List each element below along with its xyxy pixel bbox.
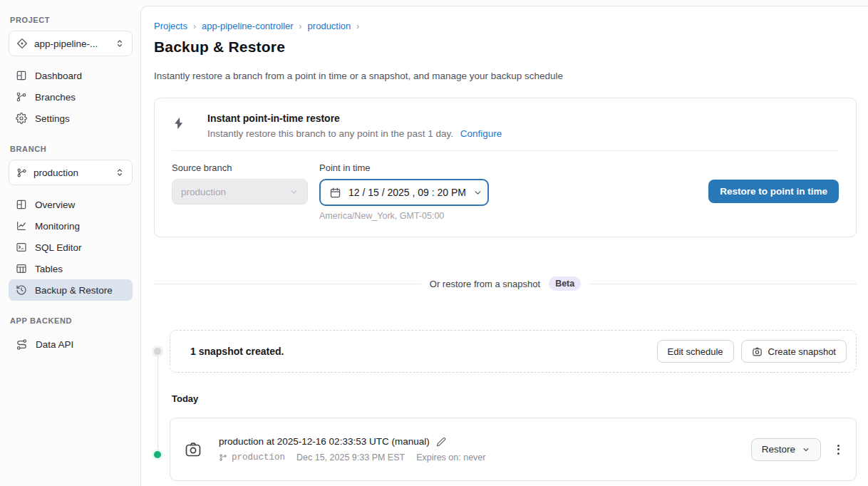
- project-diamond-icon: [16, 38, 28, 49]
- edit-schedule-button[interactable]: Edit schedule: [657, 340, 734, 363]
- snapshot-created-at: Dec 15, 2025 9:33 PM EST: [296, 453, 405, 462]
- sidebar-item-dashboard[interactable]: Dashboard: [9, 65, 133, 86]
- card-divider: [172, 150, 839, 151]
- sidebar-item-monitoring[interactable]: Monitoring: [9, 215, 133, 237]
- datetime-value: 12 / 15 / 2025 , 09 : 20 PM: [348, 187, 466, 198]
- snapshot-branch: production: [219, 453, 285, 462]
- source-branch-select: production: [172, 179, 308, 205]
- timeline-dot-summary: [154, 348, 161, 355]
- source-branch-value: production: [181, 187, 289, 197]
- camera-icon: [185, 441, 202, 458]
- snapshot-expires: Expires on: never: [416, 453, 485, 462]
- edit-name-pencil-icon[interactable]: [436, 437, 446, 447]
- sidebar-item-tables[interactable]: Tables: [9, 258, 133, 279]
- source-branch-label: Source branch: [172, 162, 308, 173]
- snapshot-title: production at 2025-12-16 02:33:53 UTC (m…: [219, 436, 430, 447]
- sidebar: PROJECT app-pipeline-... Dashboard Branc…: [0, 0, 141, 486]
- sidebar-item-overview[interactable]: Overview: [9, 194, 133, 215]
- create-snapshot-label: Create snapshot: [768, 346, 836, 357]
- table-icon: [16, 263, 27, 274]
- sidebar-item-settings[interactable]: Settings: [9, 108, 133, 129]
- divider-line: [154, 284, 421, 284]
- create-snapshot-button[interactable]: Create snapshot: [741, 340, 847, 363]
- page-title: Backup & Restore: [154, 38, 857, 56]
- branch-nav: Overview Monitoring SQL Editor Tables Ba…: [9, 194, 133, 301]
- beta-badge: Beta: [549, 276, 581, 291]
- timeline-dot-snapshot: [154, 451, 161, 458]
- kebab-menu-icon[interactable]: [835, 442, 842, 457]
- sidebar-item-label: SQL Editor: [35, 242, 82, 253]
- snapshot-summary-card: 1 snapshot created. Edit schedule Create…: [170, 330, 857, 373]
- sidebar-item-sql-editor[interactable]: SQL Editor: [9, 237, 133, 258]
- gear-icon: [16, 113, 27, 124]
- source-branch-field: Source branch production: [172, 162, 308, 205]
- camera-icon: [752, 346, 763, 357]
- point-in-time-label: Point in time: [319, 162, 489, 173]
- sidebar-item-label: Tables: [35, 264, 63, 274]
- pitr-card: Instant point-in-time restore Instantly …: [154, 98, 857, 237]
- breadcrumb-project-link[interactable]: app-pipeline-controller: [202, 21, 294, 31]
- sidebar-item-data-api[interactable]: Data API: [9, 334, 133, 355]
- sidebar-item-label: Settings: [35, 113, 70, 124]
- snapshots-section: 1 snapshot created. Edit schedule Create…: [154, 330, 857, 481]
- git-branch-icon: [219, 453, 227, 462]
- chevron-down-icon: [473, 188, 482, 197]
- git-branch-icon: [16, 91, 27, 103]
- edit-schedule-label: Edit schedule: [668, 346, 723, 357]
- project-section-label: PROJECT: [9, 16, 133, 24]
- sidebar-item-branches[interactable]: Branches: [9, 86, 133, 108]
- restore-label: Restore: [762, 444, 795, 455]
- point-in-time-field: Point in time 12 / 15 / 2025 , 09 : 20 P…: [319, 162, 489, 221]
- chart-icon: [16, 220, 27, 232]
- project-selector[interactable]: app-pipeline-...: [9, 31, 133, 56]
- breadcrumb-separator: ›: [356, 21, 359, 31]
- chevron-down-icon: [289, 187, 299, 197]
- breadcrumb-branch-link[interactable]: production: [308, 21, 351, 31]
- timeline-line: [157, 354, 158, 455]
- page-subtitle: Instantly restore a branch from a point …: [154, 71, 857, 81]
- sidebar-item-label: Dashboard: [35, 71, 82, 81]
- breadcrumb-separator: ›: [299, 21, 302, 31]
- chevrons-up-down-icon: [115, 38, 125, 48]
- restore-dropdown-button[interactable]: Restore: [751, 438, 821, 461]
- overview-icon: [16, 199, 27, 210]
- branch-section-label: BRANCH: [9, 145, 133, 153]
- sidebar-item-backup-restore[interactable]: Backup & Restore: [9, 279, 133, 301]
- chevrons-up-down-icon: [115, 167, 125, 177]
- restore-point-in-time-button[interactable]: Restore to point in time: [708, 180, 839, 203]
- datetime-picker[interactable]: 12 / 15 / 2025 , 09 : 20 PM: [319, 179, 489, 206]
- pitr-title: Instant point-in-time restore: [207, 113, 502, 124]
- app-backend-section-label: APP BACKEND: [9, 316, 133, 325]
- breadcrumb: Projects › app-pipeline-controller › pro…: [154, 21, 857, 31]
- route-icon: [16, 338, 28, 351]
- history-icon: [16, 284, 27, 296]
- dashboard-icon: [16, 70, 27, 81]
- snapshot-branch-name: production: [232, 453, 285, 462]
- sidebar-item-label: Monitoring: [35, 221, 80, 232]
- chevron-down-icon: [802, 445, 810, 454]
- main-panel: Projects › app-pipeline-controller › pro…: [140, 6, 868, 486]
- breadcrumb-separator: ›: [193, 21, 196, 31]
- snapshot-divider-text: Or restore from a snapshot: [430, 279, 540, 289]
- branch-selector[interactable]: production: [9, 160, 133, 185]
- sidebar-item-label: Branches: [35, 92, 76, 103]
- calendar-icon: [329, 187, 341, 199]
- branch-selector-value: production: [33, 167, 108, 178]
- configure-link[interactable]: Configure: [460, 128, 502, 139]
- sidebar-item-label: Backup & Restore: [35, 285, 113, 296]
- backend-nav: Data API: [9, 334, 133, 355]
- git-branch-icon: [16, 167, 27, 178]
- sidebar-item-label: Data API: [36, 339, 73, 350]
- snapshot-row: production at 2025-12-16 02:33:53 UTC (m…: [170, 418, 857, 481]
- snapshot-divider: Or restore from a snapshot Beta: [154, 276, 857, 291]
- snapshot-count-text: 1 snapshot created.: [190, 346, 657, 357]
- project-nav: Dashboard Branches Settings: [9, 65, 133, 129]
- snapshot-group-label: Today: [172, 393, 857, 404]
- project-selector-value: app-pipeline-...: [34, 38, 108, 49]
- terminal-icon: [16, 242, 27, 253]
- timezone-note: America/New_York, GMT-05:00: [319, 211, 489, 221]
- breadcrumb-projects-link[interactable]: Projects: [154, 21, 187, 31]
- pitr-description: Instantly restore this branch to any poi…: [207, 128, 453, 139]
- lightning-bolt-icon: [172, 115, 207, 132]
- divider-line: [589, 284, 857, 284]
